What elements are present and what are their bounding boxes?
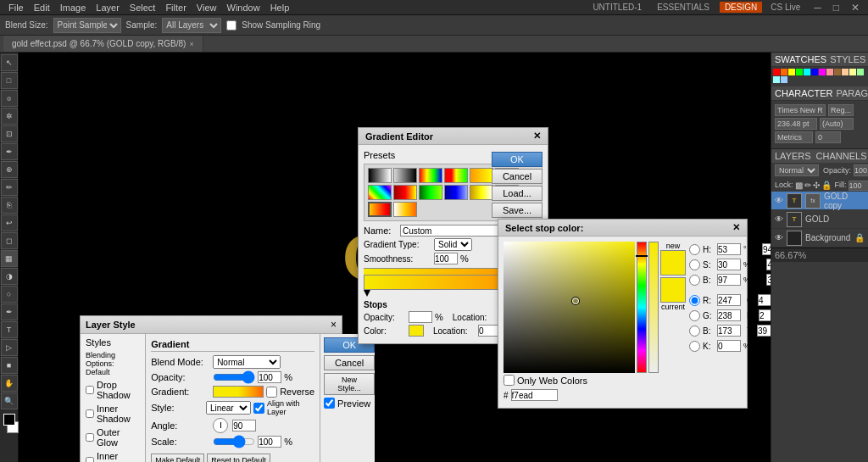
preset-13-selected[interactable] [368, 202, 392, 217]
tool-dodge[interactable]: ○ [1, 286, 18, 303]
make-default-btn[interactable]: Make Default [151, 454, 204, 462]
tracking-input[interactable] [815, 131, 841, 143]
menu-help[interactable]: Help [265, 3, 295, 13]
outer-glow-check[interactable] [86, 433, 94, 442]
m-input[interactable] [759, 309, 771, 321]
preview-check[interactable] [324, 398, 335, 409]
preset-2[interactable] [393, 168, 417, 183]
tab-close-btn[interactable]: × [189, 40, 193, 48]
b3-input[interactable] [766, 274, 771, 286]
preset-11[interactable] [470, 185, 493, 200]
swatch-light-cyan[interactable] [773, 76, 780, 83]
gradient-editor-close[interactable]: ✕ [533, 131, 541, 142]
b-radio[interactable] [689, 275, 700, 286]
tool-crop[interactable]: ⊡ [1, 125, 18, 142]
swatch-green[interactable] [796, 69, 803, 75]
tool-lasso[interactable]: ⌾ [1, 90, 18, 107]
font-style-input[interactable] [828, 104, 854, 116]
tool-history[interactable]: ↩ [1, 214, 18, 231]
preset-7[interactable] [368, 185, 392, 200]
paragraph-tab[interactable]: PARAGRAPH [836, 88, 868, 98]
tool-text[interactable]: T [1, 321, 18, 338]
stops-color-swatch[interactable] [409, 325, 424, 337]
tool-clone[interactable]: ⎘ [1, 197, 18, 214]
leading-input[interactable] [820, 118, 854, 130]
inner-shadow-check[interactable] [86, 409, 94, 418]
drop-shadow-check[interactable] [86, 386, 94, 394]
h-radio[interactable] [689, 244, 700, 255]
layer-background[interactable]: 👁 Background 🔒 [771, 229, 868, 248]
h-input[interactable] [717, 243, 741, 255]
swatch-magenta[interactable] [819, 69, 826, 75]
cs-live-label[interactable]: CS Live [765, 3, 805, 12]
tool-eyedropper[interactable]: ✒ [1, 143, 18, 160]
gradient-type-select[interactable]: Solid [434, 238, 472, 251]
tool-brush[interactable]: ✏ [1, 179, 18, 196]
tool-path[interactable]: ▷ [1, 339, 18, 356]
main-tab[interactable]: gold effect.psd @ 66.7% (GOLD copy, RGB/… [3, 36, 203, 52]
menu-filter[interactable]: Filter [160, 3, 191, 13]
layers-tab[interactable]: LAYERS [775, 151, 811, 161]
layer-eye-gold-copy[interactable]: 👁 [775, 196, 783, 205]
close-btn[interactable]: ✕ [846, 2, 865, 14]
b2-input[interactable] [766, 259, 771, 270]
swatch-light-green[interactable] [857, 69, 864, 75]
lock-transparent-btn[interactable]: ▩ [795, 181, 803, 191]
bl-input[interactable] [717, 325, 741, 337]
style-item-drop-shadow[interactable]: Drop Shadow [81, 378, 145, 402]
menu-select[interactable]: Select [125, 3, 161, 13]
l-input[interactable] [762, 243, 771, 255]
k-radio[interactable] [689, 341, 700, 352]
character-tab[interactable]: CHARACTER [775, 88, 832, 98]
s-input[interactable] [717, 259, 741, 270]
sample-select[interactable]: All Layers [162, 18, 221, 33]
gradient-cancel-btn[interactable]: Cancel [492, 169, 542, 184]
layer-gold[interactable]: 👁 T GOLD [771, 210, 868, 229]
preset-1[interactable] [368, 168, 392, 183]
c-input[interactable] [758, 294, 771, 306]
layer-eye-bg[interactable]: 👁 [775, 233, 783, 242]
r-input[interactable] [717, 294, 741, 306]
swatch-blue[interactable] [811, 69, 818, 75]
swatch-orange[interactable] [781, 69, 787, 75]
menu-edit[interactable]: Edit [29, 3, 55, 13]
design-label[interactable]: DESIGN [720, 2, 762, 13]
tool-gradient[interactable]: ▦ [1, 250, 18, 267]
tool-move[interactable]: ↖ [1, 54, 18, 71]
reset-default-btn[interactable]: Reset to Default [207, 454, 270, 462]
swatch-light-yellow[interactable] [849, 69, 856, 75]
swatches-tab[interactable]: SWATCHES [775, 54, 826, 64]
preset-10[interactable] [444, 185, 468, 200]
swatch-brown[interactable] [834, 69, 841, 75]
scale-input[interactable] [258, 436, 281, 448]
k-input[interactable] [717, 340, 741, 352]
bl-radio[interactable] [689, 326, 700, 337]
menu-window[interactable]: Window [222, 3, 265, 13]
y-input[interactable] [757, 325, 771, 337]
g-input[interactable] [717, 309, 741, 321]
foreground-color[interactable] [3, 414, 15, 426]
stop-color-close[interactable]: ✕ [732, 222, 740, 233]
tool-eraser[interactable]: ◻ [1, 232, 18, 249]
swatch-red[interactable] [773, 69, 780, 75]
layer-style-cancel-btn[interactable]: Cancel [324, 355, 375, 370]
tool-pen[interactable]: ✒ [1, 303, 18, 320]
stops-opacity-input[interactable] [409, 311, 432, 323]
alpha-strip[interactable] [648, 242, 659, 373]
opacity-slider[interactable] [213, 370, 255, 384]
style-item-blending[interactable]: Blending Options: Default [81, 349, 145, 378]
only-web-check[interactable] [504, 375, 515, 386]
swatch-yellow[interactable] [788, 69, 795, 75]
layer-opacity-input[interactable] [854, 164, 868, 176]
lock-image-btn[interactable]: ✏ [804, 181, 811, 191]
tool-blur[interactable]: ◑ [1, 268, 18, 285]
font-family-input[interactable] [775, 104, 826, 116]
new-style-btn[interactable]: New Style... [324, 373, 375, 395]
layer-style-close[interactable]: × [331, 319, 337, 331]
blend-mode-select[interactable]: Normal [213, 355, 281, 369]
blend-size-select[interactable]: Point Sample [53, 18, 121, 33]
gradient-stop-left[interactable] [364, 290, 370, 297]
hex-input[interactable] [511, 389, 558, 401]
layer-eye-gold[interactable]: 👁 [775, 214, 783, 224]
preset-3[interactable] [419, 168, 442, 183]
